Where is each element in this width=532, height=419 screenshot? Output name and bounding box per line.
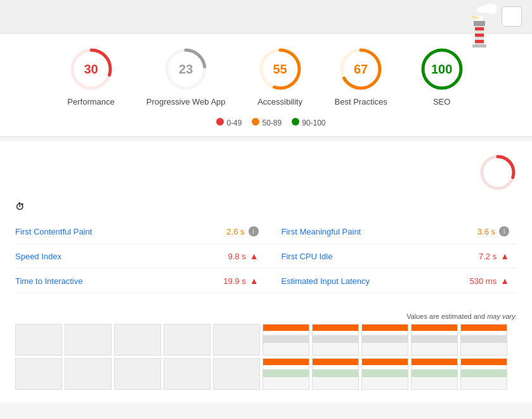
metric-name[interactable]: Time to Interactive <box>15 276 82 286</box>
thumb-inner <box>362 325 408 355</box>
svg-rect-5 <box>475 34 484 37</box>
metric-value-wrap: 2.6 s i <box>226 226 258 236</box>
metric-value-wrap: 19.9 s ▲ <box>223 276 258 286</box>
metric-value-wrap: 7.2 s ▲ <box>479 251 509 261</box>
info-icon[interactable]: i <box>249 226 259 236</box>
thumb-inner <box>313 359 358 389</box>
score-label-best-practices: Best Practices <box>335 97 387 106</box>
lighthouse-logo <box>459 3 497 54</box>
metric-name[interactable]: Estimated Input Latency <box>282 276 370 286</box>
filmstrip-empty-thumb <box>65 358 112 390</box>
metric-row: Estimated Input Latency 530 ms ▲ <box>266 269 517 293</box>
score-circle-seo: 100 <box>419 46 465 92</box>
thumb-inner <box>263 359 309 389</box>
performance-section: ⏱ First Contentful Paint 2.6 s i First M… <box>0 141 532 306</box>
filmstrip-empty-thumb <box>65 324 112 356</box>
metric-value-wrap: 9.8 s ▲ <box>228 251 258 261</box>
metrics-grid: First Contentful Paint 2.6 s i First Mea… <box>15 219 517 293</box>
score-value-performance: 30 <box>84 62 98 77</box>
metric-name[interactable]: Speed Index <box>15 252 62 261</box>
performance-score-circle <box>479 153 517 191</box>
filmstrip-row-2 <box>15 358 517 390</box>
metric-row: First Contentful Paint 2.6 s i <box>15 219 266 244</box>
score-label-pwa: Progressive Web App <box>146 97 226 106</box>
filmstrip-empty-thumb <box>15 358 62 390</box>
header <box>0 0 532 34</box>
performance-header <box>15 153 517 191</box>
filmstrip-empty-thumb <box>164 358 211 390</box>
metric-value: 19.9 s <box>223 276 245 286</box>
svg-rect-4 <box>475 27 484 30</box>
share-button[interactable] <box>502 6 522 27</box>
metric-row: First CPU Idle 7.2 s ▲ <box>266 244 517 269</box>
svg-point-2 <box>484 4 497 10</box>
score-item-seo[interactable]: 100 SEO <box>419 46 465 106</box>
thumb-inner <box>461 325 507 355</box>
warn-icon: ▲ <box>500 251 509 261</box>
scale-orange: 50-89 <box>252 118 282 127</box>
metrics-header: ⏱ <box>15 202 517 212</box>
thumb-inner <box>461 359 507 389</box>
warn-icon: ▲ <box>250 251 259 261</box>
filmstrip-screenshot-thumb <box>263 358 309 390</box>
score-label-performance: Performance <box>67 97 114 106</box>
filmstrip-note: Values are estimated and may vary. <box>15 313 517 320</box>
filmstrip-screenshot-thumb <box>312 358 359 390</box>
score-item-accessibility[interactable]: 55 Accessibility <box>257 46 303 106</box>
thumb-inner <box>313 325 358 355</box>
filmstrip-empty-thumb <box>213 358 260 390</box>
score-item-pwa[interactable]: 23 Progressive Web App <box>146 46 226 106</box>
scale-green: 90-100 <box>292 118 325 127</box>
filmstrip-screenshot-thumb <box>460 324 507 356</box>
scale-red: 0-49 <box>216 118 242 127</box>
info-icon[interactable]: i <box>499 226 509 236</box>
scores-section: 30 Performance 23 Progressive Web App 55… <box>0 34 532 137</box>
filmstrip-empty-thumb <box>164 324 211 356</box>
score-circle-best-practices: 67 <box>338 46 384 92</box>
filmstrip-screenshot-thumb <box>411 324 458 356</box>
filmstrip-empty-thumb <box>213 324 260 356</box>
metric-value: 7.2 s <box>479 252 496 261</box>
score-label-accessibility: Accessibility <box>257 97 302 106</box>
filmstrip-screenshot-thumb <box>361 324 408 356</box>
metric-value-wrap: 3.6 s i <box>477 226 509 236</box>
metric-value-wrap: 530 ms ▲ <box>470 276 510 286</box>
score-value-pwa: 23 <box>179 62 193 77</box>
svg-rect-10 <box>472 44 486 48</box>
stopwatch-icon: ⏱ <box>15 202 24 212</box>
score-circle-performance: 30 <box>68 46 114 92</box>
metric-name[interactable]: First CPU Idle <box>282 252 333 261</box>
warn-icon: ▲ <box>500 276 509 286</box>
svg-rect-6 <box>475 40 484 43</box>
thumb-inner <box>412 325 457 355</box>
thumb-inner <box>263 325 309 355</box>
filmstrip-section: Values are estimated and may vary. <box>0 306 532 403</box>
score-item-best-practices[interactable]: 67 Best Practices <box>335 46 387 106</box>
scores-row: 30 Performance 23 Progressive Web App 55… <box>67 46 464 106</box>
filmstrip-screenshot-thumb <box>312 324 359 356</box>
metric-row: Speed Index 9.8 s ▲ <box>15 244 266 269</box>
score-circle-pwa: 23 <box>163 46 209 92</box>
metric-row: First Meaningful Paint 3.6 s i <box>266 219 517 244</box>
filmstrip-empty-thumb <box>114 324 161 356</box>
filmstrip-screenshot-thumb <box>263 324 309 356</box>
score-value-best-practices: 67 <box>354 62 368 77</box>
filmstrip-empty-thumb <box>15 324 62 356</box>
filmstrip-screenshot-thumb <box>460 358 507 390</box>
filmstrip-empty-thumb <box>114 358 161 390</box>
metric-name[interactable]: First Contentful Paint <box>15 227 92 236</box>
thumb-inner <box>412 359 457 389</box>
metric-value: 2.6 s <box>226 227 244 236</box>
thumb-inner <box>362 359 408 389</box>
filmstrip-screenshot-thumb <box>361 358 408 390</box>
score-value-accessibility: 55 <box>273 62 287 77</box>
filmstrip-row-1 <box>15 324 517 356</box>
filmstrip-rows <box>15 324 517 390</box>
filmstrip-screenshot-thumb <box>411 358 458 390</box>
metric-value: 9.8 s <box>228 252 245 261</box>
scale-row: 0-49 50-89 90-100 <box>206 114 325 130</box>
metric-value: 3.6 s <box>477 227 495 236</box>
score-value-seo: 100 <box>431 62 452 77</box>
metric-name[interactable]: First Meaningful Paint <box>282 227 361 236</box>
score-item-performance[interactable]: 30 Performance <box>67 46 114 106</box>
